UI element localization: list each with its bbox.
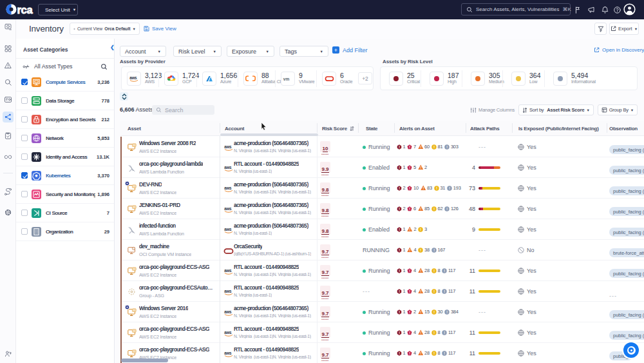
svg-text:aws: aws — [129, 75, 137, 80]
svg-text:aws: aws — [224, 330, 232, 335]
svg-text:vm: vm — [283, 76, 289, 81]
svg-text:aws: aws — [224, 165, 232, 170]
svg-text:aws: aws — [224, 289, 232, 293]
svg-text:aws: aws — [224, 186, 232, 190]
svg-text:aws: aws — [224, 144, 232, 149]
svg-text:aws: aws — [224, 268, 232, 273]
svg-text:aws: aws — [224, 309, 232, 314]
svg-text:aws: aws — [224, 206, 232, 211]
svg-text:aws: aws — [224, 227, 232, 231]
svg-text:rca: rca — [17, 4, 33, 15]
svg-text:aws: aws — [224, 351, 232, 355]
